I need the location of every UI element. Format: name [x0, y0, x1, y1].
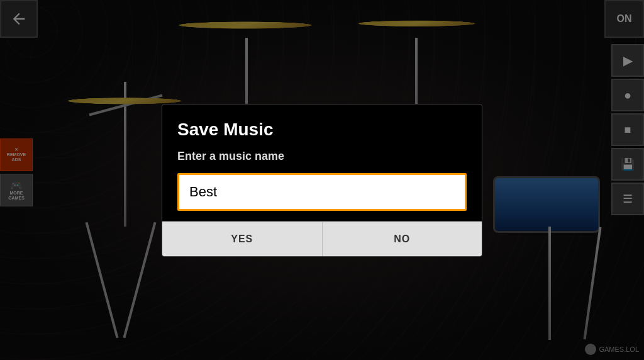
yes-button[interactable]: YES: [162, 222, 323, 256]
music-name-input[interactable]: [177, 173, 467, 211]
no-button[interactable]: NO: [323, 222, 482, 256]
modal-button-group: YES NO: [162, 221, 482, 256]
modal-subtitle: Enter a music name: [177, 150, 467, 163]
save-music-dialog: Save Music Enter a music name YES NO: [162, 104, 482, 257]
modal-title: Save Music: [177, 120, 467, 140]
modal-overlay: Save Music Enter a music name YES NO: [0, 0, 644, 360]
